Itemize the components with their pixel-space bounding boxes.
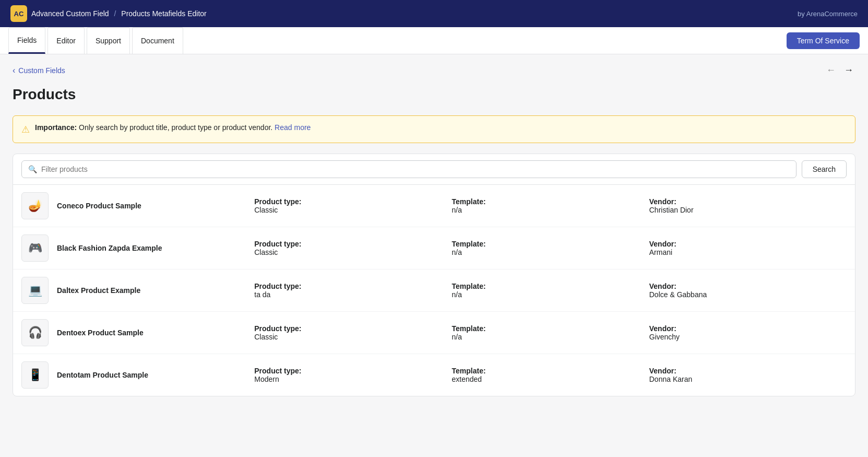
vendor-field: Vendor: Dolce & Gabbana: [649, 282, 847, 299]
product-thumbnail: 🎧: [21, 319, 49, 346]
vendor-value: Armani: [649, 248, 847, 256]
product-type-field: Product type: Modern: [254, 367, 451, 383]
product-meta: Product type: Modern Template: extended …: [254, 367, 847, 383]
product-meta: Product type: Classic Template: n/a Vend…: [254, 197, 847, 214]
vendor-field: Vendor: Armani: [649, 240, 847, 256]
product-row[interactable]: 🎧 Dentoex Product Sample Product type: C…: [13, 312, 855, 354]
alert-bold-text: Importance:: [35, 123, 77, 132]
tab-fields[interactable]: Fields: [8, 27, 45, 54]
breadcrumb[interactable]: ‹ Custom Fields: [13, 66, 65, 75]
template-label: Template:: [452, 282, 649, 290]
product-type-value: Modern: [254, 375, 451, 383]
product-type-value: ta da: [254, 290, 451, 299]
product-name: Dentoex Product Sample: [57, 329, 254, 337]
product-list: 🪔 Coneco Product Sample Product type: Cl…: [13, 185, 855, 396]
vendor-value: Dolce & Gabbana: [649, 290, 847, 299]
product-row[interactable]: 💻 Daltex Product Example Product type: t…: [13, 269, 855, 312]
template-field: Template: extended: [452, 367, 649, 383]
by-arena-commerce: by ArenaCommerce: [798, 10, 858, 18]
products-panel: 🔍 Search 🪔 Coneco Product Sample Product…: [13, 154, 855, 396]
alert-icon: ⚠: [21, 124, 30, 135]
product-meta: Product type: ta da Template: n/a Vendor…: [254, 282, 847, 299]
product-type-label: Product type:: [254, 367, 451, 375]
main-content: ‹ Custom Fields ← → Products ⚠ Importanc…: [0, 54, 868, 405]
breadcrumb-row: ‹ Custom Fields ← →: [13, 63, 855, 78]
vendor-label: Vendor:: [649, 324, 847, 333]
product-row[interactable]: 📱 Dentotam Product Sample Product type: …: [13, 354, 855, 396]
top-bar-left: AC Advanced Custom Field / Products Meta…: [10, 5, 207, 22]
tab-editor[interactable]: Editor: [47, 27, 85, 54]
product-type-label: Product type:: [254, 197, 451, 206]
product-type-value: Classic: [254, 333, 451, 341]
product-type-field: Product type: Classic: [254, 197, 451, 214]
app-logo: AC: [10, 5, 27, 22]
read-more-link[interactable]: Read more: [275, 123, 311, 132]
search-input[interactable]: [41, 165, 790, 173]
product-name: Coneco Product Sample: [57, 202, 254, 210]
page-section-text: Products Metafields Editor: [121, 9, 206, 18]
product-thumbnail: 🎮: [21, 235, 49, 262]
product-type-field: Product type: ta da: [254, 282, 451, 299]
template-field: Template: n/a: [452, 197, 649, 214]
product-type-field: Product type: Classic: [254, 240, 451, 256]
vendor-value: Donna Karan: [649, 375, 847, 383]
product-meta: Product type: Classic Template: n/a Vend…: [254, 324, 847, 341]
product-name: Dentotam Product Sample: [57, 371, 254, 379]
template-field: Template: n/a: [452, 240, 649, 256]
alert-description: Only search by product title, product ty…: [79, 123, 272, 132]
search-input-wrapper: 🔍: [21, 160, 796, 178]
breadcrumb-label: Custom Fields: [18, 66, 65, 75]
template-value: extended: [452, 375, 649, 383]
product-thumbnail: 📱: [21, 361, 49, 389]
vendor-label: Vendor:: [649, 240, 847, 248]
page-title: Products: [13, 86, 855, 103]
search-button[interactable]: Search: [802, 160, 847, 178]
product-type-field: Product type: Classic: [254, 324, 451, 341]
product-thumbnail: 💻: [21, 277, 49, 304]
product-row[interactable]: 🪔 Coneco Product Sample Product type: Cl…: [13, 185, 855, 227]
vendor-field: Vendor: Donna Karan: [649, 367, 847, 383]
tab-document[interactable]: Document: [132, 27, 183, 54]
search-icon: 🔍: [28, 165, 37, 173]
product-name: Daltex Product Example: [57, 286, 254, 295]
vendor-label: Vendor:: [649, 282, 847, 290]
vendor-value: Christian Dior: [649, 206, 847, 214]
prev-arrow-button[interactable]: ←: [824, 63, 838, 78]
nav-tabs: Fields Editor Support Document: [8, 27, 183, 54]
nav-bar: Fields Editor Support Document Term Of S…: [0, 27, 868, 54]
vendor-field: Vendor: Christian Dior: [649, 197, 847, 214]
template-value: n/a: [452, 333, 649, 341]
alert-text: Importance: Only search by product title…: [35, 123, 311, 132]
template-value: n/a: [452, 206, 649, 214]
breadcrumb-chevron: ‹: [13, 66, 15, 75]
product-type-label: Product type:: [254, 282, 451, 290]
app-title: Advanced Custom Field / Products Metafie…: [31, 9, 207, 18]
product-type-value: Classic: [254, 206, 451, 214]
template-label: Template:: [452, 197, 649, 206]
product-type-label: Product type:: [254, 240, 451, 248]
next-arrow-button[interactable]: →: [842, 63, 855, 78]
template-label: Template:: [452, 240, 649, 248]
vendor-value: Givenchy: [649, 333, 847, 341]
top-bar: AC Advanced Custom Field / Products Meta…: [0, 0, 868, 27]
vendor-label: Vendor:: [649, 197, 847, 206]
template-value: n/a: [452, 248, 649, 256]
title-separator: /: [114, 9, 116, 18]
template-value: n/a: [452, 290, 649, 299]
vendor-label: Vendor:: [649, 367, 847, 375]
breadcrumb-nav-arrows: ← →: [824, 63, 855, 78]
template-label: Template:: [452, 324, 649, 333]
term-of-service-button[interactable]: Term Of Service: [787, 32, 860, 49]
app-name-text: Advanced Custom Field: [31, 9, 109, 18]
template-field: Template: n/a: [452, 324, 649, 341]
product-row[interactable]: 🎮 Black Fashion Zapda Example Product ty…: [13, 227, 855, 269]
product-thumbnail: 🪔: [21, 192, 49, 219]
product-meta: Product type: Classic Template: n/a Vend…: [254, 240, 847, 256]
template-field: Template: n/a: [452, 282, 649, 299]
product-name: Black Fashion Zapda Example: [57, 244, 254, 252]
product-type-value: Classic: [254, 248, 451, 256]
alert-banner: ⚠ Importance: Only search by product tit…: [13, 115, 855, 143]
template-label: Template:: [452, 367, 649, 375]
tab-support[interactable]: Support: [87, 27, 130, 54]
product-type-label: Product type:: [254, 324, 451, 333]
